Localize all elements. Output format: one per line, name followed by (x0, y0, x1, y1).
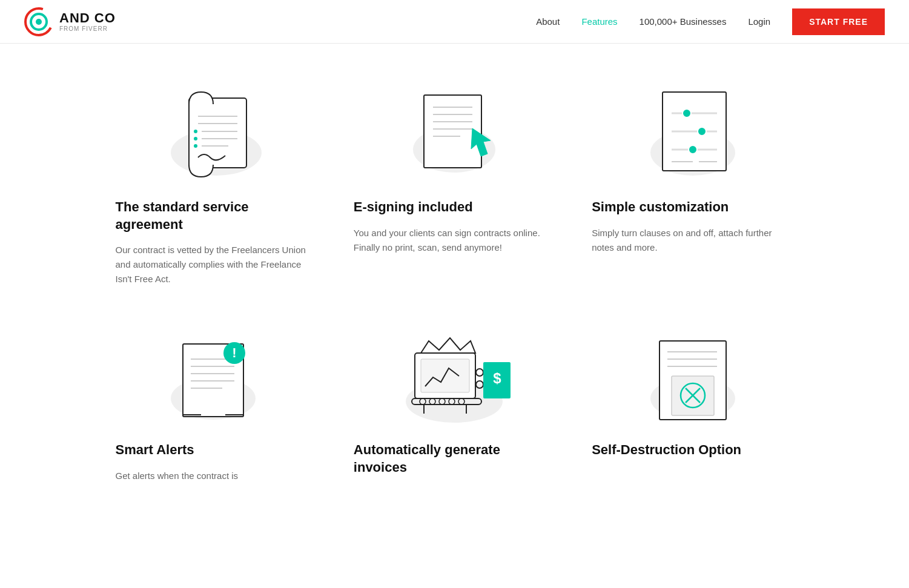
svg-point-45 (476, 369, 483, 376)
logo-sub-text: FROM FIVERR (59, 25, 116, 32)
customize-icon (632, 86, 753, 183)
feature-card-standard-agreement: The standard service agreement Our contr… (116, 80, 317, 286)
feature-card-auto-invoices: $ Automatically generate invoices (354, 323, 555, 486)
destruct-illustration (592, 323, 793, 432)
feature-card-self-destruction: Self-Destruction Option (592, 323, 793, 486)
svg-point-24 (683, 109, 691, 117)
nav-businesses[interactable]: 100,000+ Businesses (640, 16, 727, 27)
main-content: The standard service agreement Our contr… (91, 44, 818, 510)
logo[interactable]: AND CO FROM FIVERR (24, 7, 116, 36)
alert-illustration: ! (116, 323, 317, 432)
invoice-icon: $ (388, 329, 521, 426)
svg-rect-4 (189, 98, 246, 168)
nav-login[interactable]: Login (748, 16, 770, 27)
nav-features[interactable]: Features (581, 16, 617, 27)
feature-card-customization: Simple customization Simply turn clauses… (592, 80, 793, 286)
customize-illustration (592, 80, 793, 189)
feature-title-esigning: E-signing included (354, 199, 555, 216)
feature-desc-smart-alerts: Get alerts when the contract is (116, 469, 317, 483)
svg-point-8 (194, 137, 197, 140)
svg-text:$: $ (494, 370, 502, 386)
alert-icon: ! (156, 329, 277, 426)
main-nav: About Features 100,000+ Businesses Login… (536, 8, 885, 35)
scroll-icon (156, 86, 277, 183)
feature-desc-customization: Simply turn clauses on and off, attach f… (592, 226, 793, 255)
features-grid: The standard service agreement Our contr… (116, 80, 794, 486)
feature-title-smart-alerts: Smart Alerts (116, 441, 317, 459)
nav-about[interactable]: About (536, 16, 560, 27)
feature-title-self-destruction: Self-Destruction Option (592, 441, 793, 459)
feature-title-standard: The standard service agreement (116, 199, 317, 233)
svg-point-28 (689, 145, 697, 154)
esign-illustration (354, 80, 555, 189)
feature-desc-standard: Our contract is vetted by the Freelancer… (116, 243, 317, 286)
svg-point-26 (698, 127, 706, 136)
svg-point-9 (194, 144, 197, 148)
feature-title-customization: Simple customization (592, 199, 793, 216)
feature-title-auto-invoices: Automatically generate invoices (354, 441, 555, 476)
logo-text: AND CO FROM FIVERR (59, 11, 116, 32)
site-header: AND CO FROM FIVERR About Features 100,00… (0, 0, 909, 44)
destruct-icon (632, 329, 753, 426)
esign-icon (394, 86, 515, 183)
start-free-button[interactable]: START FREE (792, 8, 885, 35)
svg-point-7 (194, 130, 197, 133)
logo-main-text: AND CO (59, 11, 116, 25)
feature-desc-esigning: You and your clients can sign contracts … (354, 226, 555, 255)
svg-point-2 (36, 19, 42, 25)
feature-card-smart-alerts: ! Smart Alerts Get alerts when the contr… (116, 323, 317, 486)
svg-text:!: ! (232, 345, 236, 360)
invoice-illustration: $ (354, 323, 555, 432)
feature-card-esigning: E-signing included You and your clients … (354, 80, 555, 286)
logo-icon (24, 7, 53, 36)
scroll-illustration (116, 80, 317, 189)
